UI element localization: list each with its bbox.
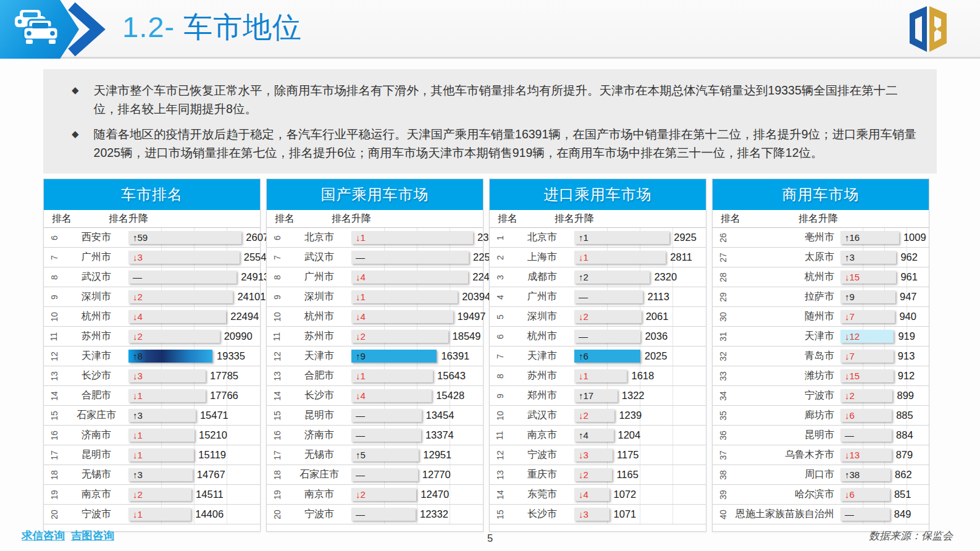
city-name: 苏州市 (287, 330, 351, 343)
value-bar: ↓2 (574, 310, 642, 323)
table-row: 20 宁波市 — 12332 (267, 505, 483, 524)
rank-cell: 3 (490, 272, 510, 282)
city-name: 深圳市 (287, 290, 351, 303)
value-bar: — (840, 429, 892, 442)
city-name: 广州市 (510, 290, 574, 303)
value-bar: ↓13 (840, 448, 892, 461)
rank-value: 6 (495, 334, 505, 339)
rank-change: ↓2 (133, 489, 143, 500)
bar-zone: ↑59 26070 (128, 228, 260, 247)
consulting-link-2[interactable]: 吉图咨询 (71, 529, 114, 542)
rank-value: 4 (495, 295, 505, 300)
table-row: 26 亳州市 ↑16 1009 (713, 228, 929, 248)
table-row: 32 青岛市 ↓7 913 (713, 347, 929, 366)
rank-change: ↓4 (579, 489, 588, 500)
city-name: 天津市 (287, 350, 351, 363)
rank-cell: 29 (713, 292, 733, 302)
city-name: 苏州市 (64, 330, 128, 343)
rank-change: ↓2 (579, 410, 588, 421)
value-bar: ↓2 (128, 488, 191, 501)
col-rank-label: 排名 (52, 212, 72, 225)
rank-value: 6 (49, 235, 59, 240)
value-bar: ↓1 (574, 251, 666, 264)
bar-zone: ↓15 912 (840, 366, 929, 385)
rank-value: 39 (718, 490, 727, 500)
city-name: 南京市 (287, 488, 351, 501)
bar-zone: ↓2 2061 (574, 307, 706, 326)
bar-zone: ↑6 2025 (574, 347, 706, 366)
table-row: 36 昆明市 — 884 (713, 426, 929, 445)
rank-value: 16 (49, 431, 59, 440)
sales-value: 919 (898, 330, 915, 342)
col-rank-label: 排名 (498, 212, 517, 225)
rank-value: 15 (272, 411, 282, 421)
bar-zone: — 13374 (351, 426, 483, 445)
col-change-label: 排名升降 (332, 212, 371, 225)
sales-value: 24913 (241, 271, 269, 283)
table-row: 14 长沙市 ↓4 15428 (267, 386, 483, 406)
bar-zone: — 12332 (351, 505, 483, 524)
value-bar: ↓2 (574, 409, 614, 422)
rank-value: 6 (272, 235, 282, 240)
table-row: 7 武汉市 — 22528 (267, 248, 483, 267)
value-bar: ↑3 (840, 251, 896, 264)
value-bar: ↓4 (351, 389, 432, 402)
rank-change: ↓4 (356, 272, 366, 282)
rank-value: 29 (718, 292, 727, 302)
table-row: 14 东莞市 ↓4 1072 (490, 485, 706, 505)
rank-value: 15 (495, 510, 505, 519)
rank-value: 7 (49, 255, 59, 260)
table-row: 38 周口市 ↑38 862 (713, 465, 929, 485)
rank-value: 8 (49, 275, 59, 280)
bar-zone: ↓12 919 (840, 327, 929, 346)
bar-zone: ↓4 1072 (574, 485, 706, 504)
rank-change: ↑3 (133, 469, 143, 480)
bar-zone: ↓1 23359 (351, 228, 483, 247)
sales-value: 14767 (197, 469, 225, 481)
city-name: 东莞市 (510, 488, 574, 501)
rank-cell: 11 (490, 431, 510, 440)
rank-cell: 15 (44, 411, 64, 421)
city-name: 长沙市 (510, 508, 574, 521)
rank-cell: 33 (713, 371, 733, 381)
rank-change: ↓1 (356, 371, 366, 381)
bullet-item: ◆ 随着各地区的疫情开放后趋于稳定，各汽车行业平稳运行。天津国产乘用车销量163… (72, 125, 919, 162)
value-bar: ↓1 (128, 508, 191, 521)
city-name: 杭州市 (287, 310, 351, 323)
rank-cell: 11 (267, 332, 287, 342)
city-name: 无锡市 (287, 448, 351, 461)
value-bar: ↓1 (128, 448, 194, 461)
bar-zone: — 884 (840, 426, 929, 445)
page-number: 5 (487, 532, 493, 544)
table-row: 17 昆明市 ↓1 15119 (44, 445, 260, 465)
rank-cell: 8 (44, 272, 64, 282)
rank-cell: 26 (713, 233, 733, 243)
value-bar: ↑4 (574, 429, 614, 442)
value-bar: ↑9 (840, 290, 895, 303)
city-name: 昆明市 (287, 409, 351, 422)
rank-change: ↓2 (356, 331, 366, 342)
bar-zone: ↓2 14511 (128, 485, 260, 504)
rank-cell: 40 (713, 510, 733, 519)
city-name: 青岛市 (733, 350, 840, 363)
rank-value: 30 (718, 312, 727, 322)
city-name: 济南市 (287, 429, 351, 442)
bar-zone: ↓1 2811 (574, 248, 706, 267)
page-title: 1.2- 车市地位 (122, 8, 302, 47)
table-row: 34 宁波市 ↓2 899 (713, 386, 929, 406)
consulting-link-1[interactable]: 求信咨询 (22, 529, 65, 542)
bar-zone: ↓1 15210 (128, 426, 260, 445)
city-name: 恩施土家族苗族自治州 (733, 508, 840, 521)
rank-value: 10 (495, 411, 505, 421)
sales-value: 13374 (425, 429, 454, 441)
rank-cell: 4 (490, 292, 510, 302)
value-bar: ↓1 (351, 290, 458, 303)
value-bar: ↑8 (128, 350, 212, 363)
bar-zone: ↑5 12951 (351, 445, 483, 465)
diamond-bullet-icon: ◆ (72, 125, 79, 162)
rank-change: ↑2 (579, 272, 588, 282)
value-bar: ↓3 (128, 251, 240, 264)
rank-cell: 13 (44, 371, 64, 381)
table-title: 商用车市场 (713, 179, 929, 210)
bar-zone: ↑3 14767 (128, 465, 260, 484)
